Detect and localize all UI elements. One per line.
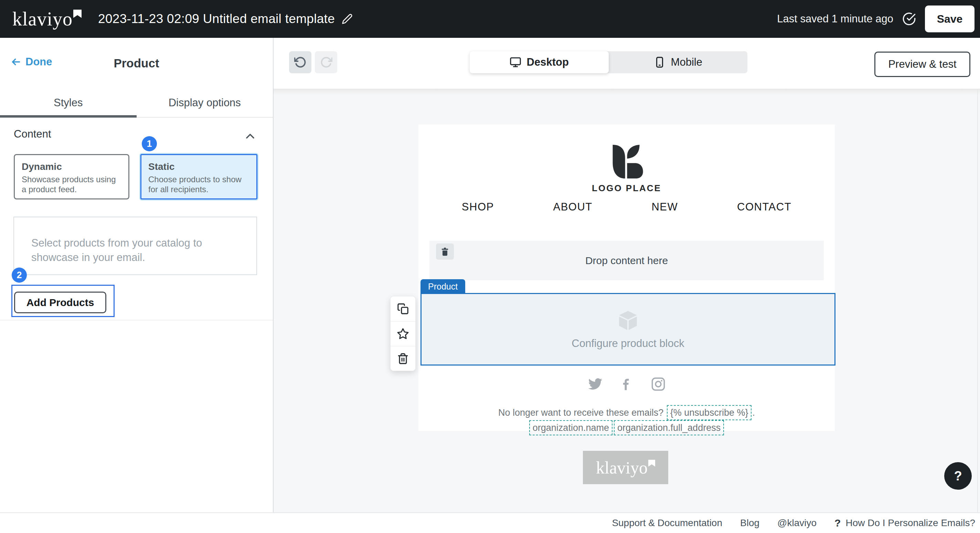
- nav-link-about[interactable]: ABOUT: [553, 201, 592, 213]
- instagram-icon[interactable]: [651, 376, 666, 392]
- delete-block-button[interactable]: [436, 243, 454, 260]
- organization-line: organization.nameorganization.full_addre…: [418, 420, 835, 435]
- unsubscribe-suffix: .: [752, 408, 755, 418]
- preview-test-button[interactable]: Preview & test: [874, 52, 970, 77]
- option-dynamic-title: Dynamic: [22, 161, 121, 172]
- desktop-toggle[interactable]: Desktop: [470, 51, 609, 73]
- option-static-title: Static: [148, 161, 250, 172]
- personalize-help-label: How Do I Personalize Emails?: [845, 517, 975, 528]
- product-block[interactable]: Configure product block: [420, 293, 835, 366]
- saved-check-icon: [902, 12, 916, 26]
- option-static-selected[interactable]: Static Choose products to show for all r…: [140, 154, 258, 200]
- email-nav: SHOP ABOUT NEW CONTACT: [432, 201, 821, 213]
- mobile-toggle-label: Mobile: [671, 56, 702, 68]
- trash-icon: [440, 247, 450, 257]
- social-icons-row: [418, 376, 835, 392]
- option-dynamic-description: Showcase products using a product feed.: [22, 174, 121, 194]
- klaviyo-watermark: klaviyo: [583, 451, 668, 484]
- help-button[interactable]: ?: [944, 462, 972, 490]
- logo-place-flower-icon: [604, 144, 649, 179]
- product-block-label: Product: [420, 279, 465, 293]
- desktop-toggle-label: Desktop: [527, 56, 569, 68]
- logo-place-caption: LOGO PLACE: [592, 183, 661, 194]
- product-selection-placeholder: Select products from your catalog to sho…: [31, 236, 239, 265]
- org-address-tag[interactable]: organization.full_address: [614, 420, 724, 435]
- blog-link[interactable]: Blog: [740, 517, 759, 528]
- klaviyo-flag-icon: [73, 10, 81, 18]
- redo-icon: [320, 56, 332, 68]
- watermark-text: klaviyo: [596, 458, 648, 477]
- page-footer: Support & Documentation Blog @klaviyo ? …: [0, 512, 980, 533]
- save-button[interactable]: Save: [925, 5, 975, 32]
- nav-link-new[interactable]: NEW: [651, 201, 678, 213]
- configure-product-text: Configure product block: [571, 337, 684, 350]
- tab-styles[interactable]: Styles: [0, 89, 137, 117]
- edit-pencil-icon[interactable]: [342, 13, 353, 24]
- mobile-phone-icon: [654, 56, 665, 68]
- undo-button[interactable]: [289, 51, 312, 73]
- desktop-monitor-icon: [510, 56, 521, 68]
- facebook-icon[interactable]: [619, 376, 634, 392]
- tab-display-options[interactable]: Display options: [137, 89, 273, 117]
- star-icon: [397, 328, 409, 340]
- trash-outline-icon: [397, 353, 409, 365]
- redo-button[interactable]: [315, 51, 337, 73]
- canvas-body: LOGO PLACE SHOP ABOUT NEW CONTACT Drop c…: [274, 89, 980, 512]
- drop-content-text: Drop content here: [430, 241, 824, 280]
- email-logo-block[interactable]: LOGO PLACE: [418, 144, 835, 194]
- panel-title: Product: [0, 56, 273, 70]
- klaviyo-wordmark: klaviyo: [13, 8, 73, 30]
- drop-content-zone[interactable]: Drop content here: [430, 241, 824, 280]
- mobile-toggle[interactable]: Mobile: [609, 51, 748, 73]
- nav-link-contact[interactable]: CONTACT: [737, 201, 791, 213]
- scrollbar-gutter: [977, 89, 978, 512]
- twitter-icon[interactable]: [587, 376, 603, 392]
- sidebar-divider: [0, 320, 273, 320]
- topbar-actions: Last saved 1 minute ago Save: [777, 0, 975, 38]
- package-box-icon: [617, 309, 640, 332]
- delete-product-block-button[interactable]: [391, 346, 415, 371]
- favorite-block-button[interactable]: [391, 321, 415, 346]
- org-name-tag[interactable]: organization.name: [529, 420, 612, 435]
- undo-icon: [294, 56, 307, 68]
- collapse-chevron-icon[interactable]: [243, 129, 257, 143]
- klaviyo-logo[interactable]: klaviyo: [13, 0, 81, 38]
- add-products-button[interactable]: Add Products: [14, 292, 106, 313]
- last-saved-status: Last saved 1 minute ago: [777, 13, 893, 25]
- option-dynamic[interactable]: Dynamic Showcase products using a produc…: [14, 154, 129, 200]
- template-title-text: 2023-11-23 02:09 Untitled email template: [98, 12, 335, 26]
- watermark-flag-icon: [648, 460, 655, 466]
- content-section-title: Content: [14, 128, 51, 140]
- unsubscribe-line: No longer want to receive these emails? …: [418, 405, 835, 420]
- sidebar-panel: Done Product Styles Display options Cont…: [0, 38, 274, 512]
- duplicate-icon: [397, 303, 409, 315]
- personalize-help-link[interactable]: ? How Do I Personalize Emails?: [834, 517, 975, 529]
- device-toggle: Desktop Mobile: [470, 51, 748, 73]
- nav-link-shop[interactable]: SHOP: [462, 201, 494, 213]
- email-footer-text: No longer want to receive these emails? …: [418, 405, 835, 435]
- topbar: klaviyo 2023-11-23 02:09 Untitled email …: [0, 0, 980, 38]
- unsubscribe-prefix: No longer want to receive these emails?: [498, 408, 666, 418]
- product-selection-box[interactable]: Select products from your catalog to sho…: [13, 217, 257, 275]
- editor-canvas: Desktop Mobile Preview & test LOGO PLACE: [274, 38, 980, 512]
- canvas-toolbar: Desktop Mobile Preview & test: [274, 38, 980, 89]
- sidebar-tabs: Styles Display options: [0, 89, 273, 117]
- question-mark-icon: ?: [834, 517, 841, 529]
- annotation-badge-1: 1: [142, 136, 157, 151]
- template-title: 2023-11-23 02:09 Untitled email template: [98, 0, 353, 38]
- klaviyo-social-link[interactable]: @klaviyo: [777, 517, 816, 528]
- active-tab-indicator: [0, 115, 137, 117]
- support-documentation-link[interactable]: Support & Documentation: [612, 517, 722, 528]
- block-toolbar: [390, 296, 416, 371]
- option-static-description: Choose products to show for all recipien…: [148, 174, 250, 194]
- duplicate-block-button[interactable]: [391, 297, 415, 321]
- annotation-badge-2: 2: [12, 268, 27, 283]
- email-document: LOGO PLACE SHOP ABOUT NEW CONTACT Drop c…: [418, 124, 835, 431]
- unsubscribe-tag[interactable]: {% unsubscribe %}: [667, 405, 752, 420]
